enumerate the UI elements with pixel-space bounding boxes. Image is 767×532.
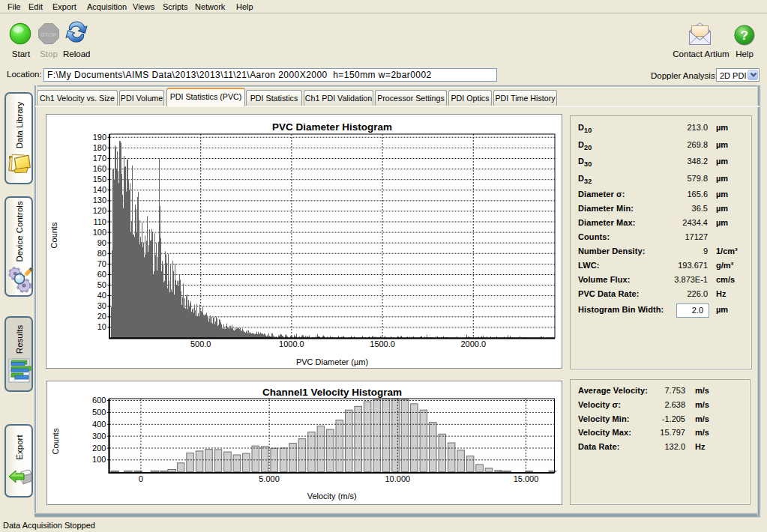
svg-text:300: 300 [92, 432, 106, 441]
svg-text:5.000: 5.000 [259, 474, 280, 483]
svg-text:10.000: 10.000 [385, 474, 410, 483]
svg-text:80: 80 [97, 249, 106, 258]
svg-text:40: 40 [97, 291, 106, 300]
svg-text:50: 50 [97, 280, 106, 289]
svg-text:200: 200 [92, 444, 106, 453]
svg-text:500.0: 500.0 [190, 339, 211, 348]
svg-text:15.000: 15.000 [514, 474, 539, 483]
svg-text:30: 30 [97, 301, 106, 310]
svg-text:100: 100 [92, 455, 106, 464]
svg-text:100: 100 [93, 228, 106, 237]
svg-text:STOP: STOP [40, 31, 57, 38]
svg-text:?: ? [740, 28, 748, 43]
svg-text:500: 500 [92, 408, 106, 417]
svg-text:10: 10 [97, 322, 106, 331]
svg-text:400: 400 [92, 420, 106, 429]
svg-text:Counts: Counts [49, 222, 58, 248]
svg-text:Counts: Counts [51, 428, 60, 454]
svg-text:150: 150 [93, 175, 106, 184]
svg-text:140: 140 [93, 185, 106, 194]
svg-text:PVC Diameter (µm): PVC Diameter (µm) [296, 357, 368, 366]
svg-text:1000.0: 1000.0 [279, 339, 304, 348]
svg-text:600: 600 [92, 396, 106, 405]
svg-text:190: 190 [93, 133, 106, 142]
svg-text:120: 120 [93, 206, 106, 215]
svg-text:1500.0: 1500.0 [370, 339, 395, 348]
svg-text:110: 110 [93, 217, 106, 226]
svg-text:70: 70 [97, 259, 106, 268]
svg-text:0: 0 [139, 474, 143, 483]
svg-text:20: 20 [97, 312, 106, 321]
svg-text:160: 160 [93, 164, 106, 173]
svg-text:170: 170 [93, 154, 106, 163]
svg-text:90: 90 [97, 238, 106, 247]
svg-text:180: 180 [93, 143, 106, 152]
svg-text:60: 60 [97, 270, 106, 279]
svg-text:Channel1 Velocity Histogram: Channel1 Velocity Histogram [262, 387, 402, 398]
svg-text:130: 130 [93, 196, 106, 205]
svg-text:Velocity (m/s): Velocity (m/s) [307, 492, 357, 501]
svg-text:2000.0: 2000.0 [460, 339, 486, 348]
svg-text:PVC Diameter Histogram: PVC Diameter Histogram [272, 121, 392, 133]
